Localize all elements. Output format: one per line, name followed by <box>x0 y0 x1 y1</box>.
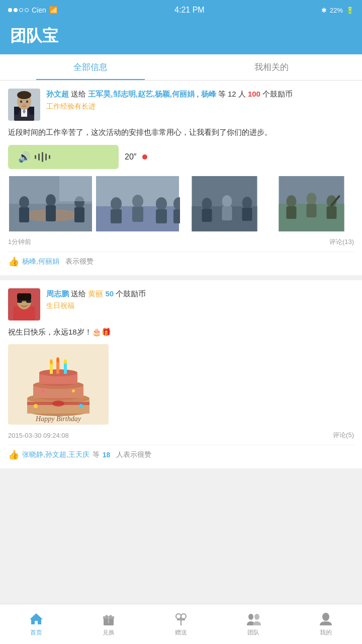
dot2 <box>14 8 18 12</box>
svg-point-71 <box>56 357 59 362</box>
meeting-image-2[interactable] <box>95 176 180 231</box>
exchange-icon <box>101 611 116 626</box>
svg-rect-42 <box>287 206 297 219</box>
app-header: 团队宝 <box>0 20 362 54</box>
post-footer-2: 2015-03-30 09:24:08 评论(5) <box>8 431 354 440</box>
dot3 <box>19 8 23 12</box>
svg-point-9 <box>26 101 28 103</box>
svg-point-37 <box>242 197 252 209</box>
svg-point-27 <box>156 197 167 210</box>
svg-point-74 <box>79 404 83 408</box>
svg-point-25 <box>132 195 143 208</box>
dot4 <box>25 8 29 12</box>
volume-icon: 🔊 <box>18 151 31 163</box>
app-title: 团队宝 <box>10 25 352 47</box>
wave1 <box>35 155 36 159</box>
recipient-2: 黄丽 <box>88 289 103 298</box>
svg-point-35 <box>222 195 232 207</box>
svg-point-73 <box>34 404 38 408</box>
avatar-2[interactable] <box>8 288 40 320</box>
svg-rect-80 <box>108 616 109 623</box>
svg-rect-38 <box>242 208 252 221</box>
comment-count-2[interactable]: 评论(5) <box>333 431 354 440</box>
nav-exchange[interactable]: 兑换 <box>72 604 145 644</box>
svg-point-66 <box>52 400 64 407</box>
nav-exchange-label: 兑换 <box>103 628 115 637</box>
post-likes-1: 👍 杨峰,何丽娟 表示很赞 <box>8 252 354 267</box>
meeting-image-3[interactable] <box>182 176 267 231</box>
recipients-1: 王军昊,邹志明,赵艺,杨颖,何丽娟 <box>88 90 195 98</box>
post-text-1: 近段时间的工作辛苦了，这次活动的安排也非常用心，让我看到了你们的进步。 <box>8 126 354 139</box>
nav-team-label: 团队 <box>247 628 259 637</box>
post-tag-2: 生日祝福 <box>46 301 354 310</box>
post-likes-2: 👍 张晓静,孙文超,王天庆 等 18 人表示很赞 <box>8 445 354 460</box>
status-left: Cien 📶 <box>8 6 58 14</box>
post-meta-1: 孙文超 送给 王军昊,邹志明,赵艺,杨颖,何丽娟 , 杨峰 等 12 人 100… <box>46 89 354 121</box>
gift-icon <box>173 611 189 626</box>
post-header-2: 周志鹏 送给 黄丽 50 个鼓励币 生日祝福 <box>8 288 354 320</box>
like-thumb-icon-1[interactable]: 👍 <box>8 256 19 267</box>
status-bar: Cien 📶 4:21 PM ✱ 22% 🔋 <box>0 0 362 20</box>
svg-point-82 <box>181 614 186 619</box>
sender-name-2: 周志鹏 <box>46 289 69 298</box>
bluetooth-icon: ✱ <box>321 7 327 14</box>
svg-point-87 <box>322 613 329 621</box>
svg-point-14 <box>19 196 29 208</box>
comment-count-1[interactable]: 评论(13) <box>329 237 354 247</box>
me-icon <box>318 611 333 626</box>
svg-point-16 <box>46 194 56 206</box>
nav-gift[interactable]: 赠送 <box>145 604 217 644</box>
meeting-image-1[interactable] <box>8 176 93 231</box>
svg-point-86 <box>254 614 259 620</box>
svg-rect-69 <box>64 363 67 374</box>
post-header-1: 孙文超 送给 王军昊,邹志明,赵艺,杨颖,何丽娟 , 杨峰 等 12 人 100… <box>8 89 354 121</box>
svg-rect-15 <box>19 207 29 222</box>
coin-count-1: 100 <box>248 90 260 98</box>
sender-name-1: 孙文超 <box>46 90 69 98</box>
meeting-image-4[interactable] <box>269 176 354 231</box>
svg-point-85 <box>248 614 253 620</box>
status-right: ✱ 22% 🔋 <box>321 7 354 14</box>
svg-point-10 <box>24 104 25 105</box>
voice-bubble[interactable]: 🔊 <box>8 145 119 169</box>
svg-rect-34 <box>202 209 212 222</box>
tab-all[interactable]: 全部信息 <box>0 54 181 80</box>
svg-point-8 <box>20 101 22 103</box>
carrier-label: Cien <box>32 6 46 14</box>
like-thumb-icon-2[interactable]: 👍 <box>8 449 19 460</box>
nav-home[interactable]: 首页 <box>0 604 72 644</box>
svg-point-7 <box>17 91 31 99</box>
tab-mine[interactable]: 我相关的 <box>181 54 362 80</box>
voice-duration: 20″ <box>125 152 136 162</box>
nav-me[interactable]: 我的 <box>290 604 362 644</box>
image-grid-1 <box>8 176 354 231</box>
dot1 <box>8 8 12 12</box>
extra-recipient-1: 杨峰 <box>201 90 216 98</box>
svg-rect-36 <box>222 206 232 220</box>
svg-point-23 <box>111 197 122 210</box>
svg-rect-19 <box>74 207 84 222</box>
wave3 <box>42 152 43 162</box>
avatar-1[interactable] <box>8 89 40 121</box>
tab-bar: 全部信息 我相关的 <box>0 54 362 80</box>
svg-rect-24 <box>111 209 122 223</box>
liker-names-1: 杨峰,何丽娟 <box>22 257 59 266</box>
battery-label: 22% <box>330 7 343 14</box>
signal-dots <box>8 8 29 12</box>
svg-rect-17 <box>46 205 56 221</box>
voice-bar-1[interactable]: 🔊 20″ <box>8 145 354 169</box>
birthday-image[interactable]: Happy Birthday <box>8 344 109 425</box>
wave4 <box>45 153 47 160</box>
post-title-1: 孙文超 送给 王军昊,邹志明,赵艺,杨颖,何丽娟 , 杨峰 等 12 人 100… <box>46 89 354 100</box>
svg-point-70 <box>50 359 53 364</box>
svg-point-76 <box>72 389 75 392</box>
post-card-2: 周志鹏 送给 黄丽 50 个鼓励币 生日祝福 祝生日快乐，永远18岁！🎂🎁 <box>0 280 362 469</box>
post-tag-1: 工作经验有长进 <box>46 102 354 111</box>
svg-text:Happy Birthday: Happy Birthday <box>35 415 81 423</box>
battery-icon: 🔋 <box>346 7 354 14</box>
post-time-2: 2015-03-30 09:24:08 <box>8 432 69 439</box>
liker-names-2: 张晓静,孙文超,王天庆 <box>22 450 89 459</box>
nav-team[interactable]: 团队 <box>217 604 290 644</box>
home-icon <box>29 611 44 626</box>
nav-gift-label: 赠送 <box>175 628 187 637</box>
